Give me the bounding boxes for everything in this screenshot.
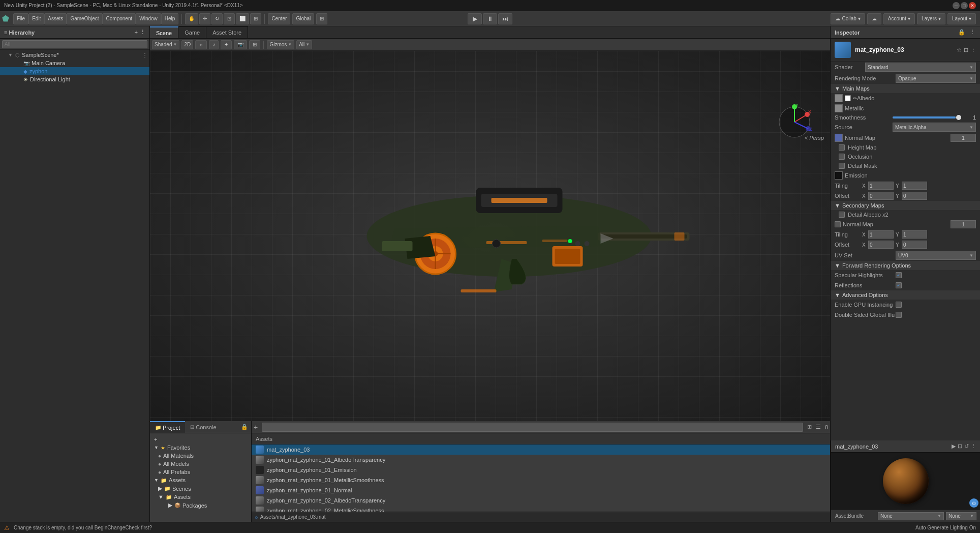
scene-cam-btn[interactable]: 📷 — [234, 40, 247, 49]
expand-arrow-samplescene[interactable]: ▼ — [8, 52, 13, 57]
tool-rect[interactable]: ⬜ — [236, 13, 249, 24]
ab-variant-dropdown[interactable]: None ▼ — [946, 512, 976, 520]
asset-mat-zyphone-03[interactable]: mat_zyphone_03 — [252, 445, 830, 455]
mode-2d-button[interactable]: 2D — [181, 40, 193, 49]
ab-value-dropdown[interactable]: None ▼ — [878, 512, 944, 520]
hierarchy-search[interactable] — [2, 40, 147, 48]
minimize-button[interactable]: ─ — [953, 2, 960, 9]
fx-btn[interactable]: ✦ — [221, 40, 232, 49]
specular-checkbox[interactable] — [896, 272, 902, 278]
proj-favorites[interactable]: ▼ ★ Favorites — [152, 443, 249, 452]
offset-y-field[interactable] — [902, 192, 927, 200]
tiling-x-field[interactable] — [868, 182, 894, 190]
asset-tex-normal01[interactable]: zyphon_mat_zyphone_01_Normal — [252, 485, 830, 495]
gpu-instancing-checkbox[interactable] — [896, 302, 902, 308]
detail-albedo-checkbox[interactable] — [839, 212, 845, 218]
proj-scenes[interactable]: ▶ 📁 Scenes — [156, 484, 249, 493]
occlusion-checkbox[interactable] — [839, 154, 845, 160]
menu-assets[interactable]: Assets — [44, 13, 67, 24]
advanced-options-header[interactable]: ▼ Advanced Options — [831, 290, 980, 300]
collab-button[interactable]: ☁ Collab ▾ — [831, 13, 865, 24]
tool-hand[interactable]: ✋ — [185, 13, 198, 24]
double-sided-checkbox[interactable] — [896, 312, 902, 318]
offset-x-field[interactable] — [868, 192, 894, 200]
layers-button[interactable]: Layers ▾ — [917, 13, 945, 24]
hierarchy-item-zyphon[interactable]: ◆ zyphon — [0, 67, 149, 75]
menu-file[interactable]: File — [13, 13, 28, 24]
asset-tex-albedo02[interactable]: zyphon_mat_zyphone_02_AlbedoTransparency — [252, 495, 830, 506]
proj-all-models[interactable]: ● All Models — [156, 460, 249, 468]
proj-all-prefabs[interactable]: ● All Prefabs — [156, 468, 249, 476]
preview-refresh-btn[interactable]: ↺ — [964, 443, 969, 450]
pivot-button[interactable]: Center — [268, 13, 290, 24]
smoothness-track[interactable] — [893, 116, 959, 119]
sec-normal-checkbox[interactable] — [835, 221, 841, 227]
main-maps-header[interactable]: ▼ Main Maps — [831, 84, 980, 93]
albedo-color-swatch[interactable] — [845, 95, 851, 101]
preview-env-btn[interactable]: ⊙ — [969, 498, 978, 508]
scene-viewport[interactable]: X Y Z < Persp — [150, 51, 830, 421]
tab-game[interactable]: Game — [178, 26, 206, 38]
sec-offset-x-field[interactable] — [868, 241, 894, 249]
tab-project[interactable]: 📁 Project — [150, 421, 185, 433]
smoothness-thumb[interactable] — [956, 115, 961, 120]
inspector-menu-btn[interactable]: ⋮ — [968, 29, 976, 36]
assets-sort-btn[interactable]: ⊞ — [807, 424, 812, 430]
preview-menu-btn[interactable]: ⋮ — [971, 443, 976, 450]
hierarchy-lock-btn[interactable]: ⋮ — [140, 29, 145, 36]
sec-offset-y-field[interactable] — [902, 241, 927, 249]
mat-menu-btn[interactable]: ⋮ — [970, 47, 976, 53]
space-button[interactable]: Global — [292, 13, 314, 24]
tool-move[interactable]: ✛ — [199, 13, 210, 24]
assets-filter-btn[interactable]: ☰ — [816, 424, 821, 430]
asset-tex-emission01[interactable]: zyphon_mat_zyphone_01_Emission — [252, 465, 830, 475]
sec-normal-value[interactable] — [951, 220, 976, 228]
metallic-thumb[interactable] — [835, 104, 843, 112]
menu-component[interactable]: Component — [103, 13, 136, 24]
tool-scale[interactable]: ⊡ — [224, 13, 235, 24]
hierarchy-add-btn[interactable]: + — [135, 29, 138, 36]
asset-tex-metallic02[interactable]: zyphon_mat_zyphone_02_MetallicSmoothness — [252, 506, 830, 512]
layout-button[interactable]: Layout ▾ — [947, 13, 976, 24]
step-button[interactable]: ⏭ — [498, 13, 512, 24]
generate-lighting-btn[interactable]: Auto Generate Lighting On — [915, 525, 976, 530]
assets-size-btn[interactable]: 8 — [825, 424, 828, 430]
gizmos-dropdown[interactable]: Gizmos ▼ — [267, 40, 294, 49]
reflections-checkbox[interactable] — [896, 282, 902, 288]
source-dropdown[interactable]: Metallic Alpha ▼ — [893, 123, 976, 132]
shading-dropdown[interactable]: Shaded ▼ — [152, 40, 179, 49]
tiling-y-field[interactable] — [902, 182, 927, 190]
normal-map-value[interactable] — [951, 134, 976, 142]
rendering-mode-dropdown[interactable]: Opaque ▼ — [896, 74, 976, 83]
tool-rotate[interactable]: ↻ — [211, 13, 223, 24]
hierarchy-item-maincamera[interactable]: 📷 Main Camera — [0, 59, 149, 67]
tab-scene[interactable]: Scene — [150, 26, 178, 38]
proj-add-btn[interactable]: + — [152, 435, 249, 443]
assets-back-btn[interactable]: + — [254, 423, 258, 431]
close-button[interactable]: ✕ — [969, 2, 976, 9]
audio-btn[interactable]: ♪ — [209, 40, 219, 49]
mat-inspect-btn[interactable]: ⊡ — [964, 47, 968, 53]
secondary-maps-header[interactable]: ▼ Secondary Maps — [831, 201, 980, 210]
proj-all-materials[interactable]: ● All Materials — [156, 452, 249, 460]
menu-gameobject[interactable]: GameObject — [67, 13, 102, 24]
sec-tiling-x-field[interactable] — [868, 230, 894, 239]
emission-thumb[interactable] — [835, 171, 843, 180]
cloud-button[interactable]: ☁ — [867, 13, 881, 24]
lighting-btn[interactable]: ☼ — [195, 40, 207, 49]
mat-fav-btn[interactable]: ☆ — [957, 47, 962, 53]
pause-button[interactable]: ⏸ — [483, 13, 497, 24]
proj-packages[interactable]: ▶ 📦 Packages — [156, 501, 249, 510]
hier-dots[interactable]: ⋮ — [142, 52, 147, 58]
hierarchy-item-samplescene[interactable]: ▼ ⬡ SampleScene* ⋮ — [0, 51, 149, 59]
proj-assets-folder[interactable]: ▼ 📁 Assets — [156, 493, 249, 501]
play-button[interactable]: ▶ — [468, 13, 482, 24]
all-dropdown[interactable]: All ▼ — [296, 40, 312, 49]
uv-set-dropdown[interactable]: UV0 ▼ — [896, 251, 976, 260]
preview-img-btn[interactable]: ⊡ — [958, 443, 962, 450]
maximize-button[interactable]: □ — [961, 2, 968, 9]
tab-asset-store[interactable]: Asset Store — [206, 26, 248, 38]
albedo-color-pen[interactable]: ✏ — [853, 96, 857, 101]
shader-dropdown[interactable]: Standard ▼ — [865, 63, 976, 72]
grid-btn[interactable]: ⊞ — [249, 40, 260, 49]
